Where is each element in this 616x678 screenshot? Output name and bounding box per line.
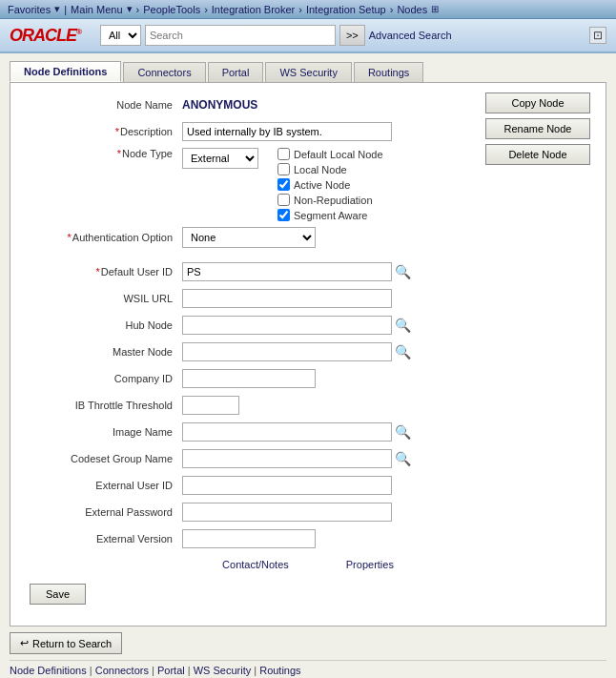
bottom-portal-link[interactable]: Portal xyxy=(157,665,185,676)
codeset-group-label: Codeset Group Name xyxy=(30,453,182,464)
advanced-search-link[interactable]: Advanced Search xyxy=(369,30,452,41)
bottom-ws-security-link[interactable]: WS Security xyxy=(194,665,252,676)
nodes-link[interactable]: Nodes xyxy=(397,4,427,15)
auth-option-select[interactable]: None xyxy=(182,227,316,248)
bottom-node-definitions-link[interactable]: Node Definitions xyxy=(10,665,87,676)
bottom-links: Node Definitions | Connectors | Portal |… xyxy=(10,660,606,676)
default-user-id-row: Default User ID 🔍 xyxy=(30,261,586,282)
default-user-id-input[interactable] xyxy=(182,262,392,281)
main-menu[interactable]: Main Menu xyxy=(71,4,122,15)
header-bar: ORACLE® All >> Advanced Search ⊡ xyxy=(0,19,616,53)
people-tools-link[interactable]: PeopleTools xyxy=(143,4,200,15)
nodes-icon: ⊞ xyxy=(431,4,439,14)
nav-arrow-2: ▾ xyxy=(127,3,133,15)
node-name-value: ANONYMOUS xyxy=(182,98,257,112)
master-node-input[interactable] xyxy=(182,342,392,361)
main-content: Node Definitions Connectors Portal WS Se… xyxy=(0,53,616,678)
active-node-row: Active Node xyxy=(277,178,383,191)
image-name-label: Image Name xyxy=(30,426,182,438)
company-id-label: Company ID xyxy=(30,373,182,384)
return-to-search-button[interactable]: ↩ Return to Search xyxy=(10,632,122,654)
hub-node-row: Hub Node 🔍 xyxy=(30,315,586,336)
bottom-routings-link[interactable]: Routings xyxy=(259,665,300,676)
search-input[interactable] xyxy=(145,25,336,46)
default-local-node-label: Default Local Node xyxy=(294,149,383,160)
external-user-id-label: External User ID xyxy=(30,480,182,491)
active-node-label: Active Node xyxy=(294,179,350,191)
codeset-group-input[interactable] xyxy=(182,449,392,468)
return-area: ↩ Return to Search xyxy=(10,627,606,660)
ib-throttle-label: IB Throttle Threshold xyxy=(30,400,182,411)
return-icon: ↩ xyxy=(20,637,29,649)
rename-node-button[interactable]: Rename Node xyxy=(485,118,590,139)
integration-setup-link[interactable]: Integration Setup xyxy=(306,4,386,15)
non-repudiation-row: Non-Repudiation xyxy=(277,194,383,206)
external-password-row: External Password xyxy=(30,502,586,523)
codeset-group-lookup-icon[interactable]: 🔍 xyxy=(395,451,411,466)
wsil-url-input[interactable] xyxy=(182,289,392,308)
wsil-url-label: WSIL URL xyxy=(30,293,182,304)
hub-node-label: Hub Node xyxy=(30,319,182,331)
external-version-row: External Version xyxy=(30,528,586,549)
top-navigation: Favorites ▾ | Main Menu ▾ › PeopleTools … xyxy=(0,0,616,19)
codeset-group-row: Codeset Group Name 🔍 xyxy=(30,448,586,469)
node-name-label: Node Name xyxy=(30,99,182,111)
active-node-checkbox[interactable] xyxy=(277,178,290,191)
tab-ws-security[interactable]: WS Security xyxy=(265,62,352,82)
external-version-label: External Version xyxy=(30,533,182,544)
description-input[interactable] xyxy=(182,122,392,141)
master-node-label: Master Node xyxy=(30,346,182,358)
ib-throttle-row: IB Throttle Threshold xyxy=(30,395,586,416)
search-scope-select[interactable]: All xyxy=(100,25,141,46)
local-node-checkbox[interactable] xyxy=(277,163,290,175)
tab-connectors[interactable]: Connectors xyxy=(123,62,205,82)
segment-aware-checkbox[interactable] xyxy=(277,209,290,221)
personalize-icon[interactable]: ⊡ xyxy=(589,27,606,44)
external-password-label: External Password xyxy=(30,506,182,518)
nav-arrow-1: ▾ xyxy=(54,3,60,15)
wsil-url-row: WSIL URL xyxy=(30,288,586,309)
copy-node-button[interactable]: Copy Node xyxy=(485,92,590,113)
default-local-node-checkbox[interactable] xyxy=(277,148,290,160)
external-password-input[interactable] xyxy=(182,503,392,522)
local-node-label: Local Node xyxy=(294,164,347,175)
node-type-label: Node Type xyxy=(30,148,182,159)
company-id-input[interactable] xyxy=(182,369,316,388)
tab-routings[interactable]: Routings xyxy=(354,62,423,82)
non-repudiation-checkbox[interactable] xyxy=(277,194,290,206)
oracle-logo: ORACLE® xyxy=(10,26,81,46)
node-type-checkboxes: Default Local Node Local Node Active Nod… xyxy=(277,148,383,221)
local-node-row: Local Node xyxy=(277,163,383,175)
properties-link[interactable]: Properties xyxy=(346,559,394,570)
tab-node-definitions[interactable]: Node Definitions xyxy=(10,61,121,82)
delete-node-button[interactable]: Delete Node xyxy=(485,144,590,165)
external-user-id-input[interactable] xyxy=(182,476,392,495)
master-node-row: Master Node 🔍 xyxy=(30,341,586,362)
default-user-id-lookup-icon[interactable]: 🔍 xyxy=(395,264,411,279)
contact-notes-link[interactable]: Contact/Notes xyxy=(222,559,289,570)
return-label: Return to Search xyxy=(32,638,112,649)
image-name-lookup-icon[interactable]: 🔍 xyxy=(395,424,411,440)
links-row: Contact/Notes Properties xyxy=(30,559,586,570)
search-go-button[interactable]: >> xyxy=(339,25,365,46)
segment-aware-label: Segment Aware xyxy=(294,210,367,221)
bottom-connectors-link[interactable]: Connectors xyxy=(95,665,149,676)
save-area: Save xyxy=(30,578,586,610)
external-user-id-row: External User ID xyxy=(30,475,586,496)
master-node-lookup-icon[interactable]: 🔍 xyxy=(395,344,411,360)
favorites-menu[interactable]: Favorites xyxy=(8,4,51,15)
external-version-input[interactable] xyxy=(182,529,316,548)
image-name-input[interactable] xyxy=(182,422,392,442)
hub-node-lookup-icon[interactable]: 🔍 xyxy=(395,318,411,333)
hub-node-input[interactable] xyxy=(182,316,392,335)
form-area: Copy Node Rename Node Delete Node Node N… xyxy=(10,82,606,627)
node-type-select[interactable]: External xyxy=(182,148,258,169)
integration-broker-link[interactable]: Integration Broker xyxy=(212,4,295,15)
company-id-row: Company ID xyxy=(30,368,586,389)
auth-option-row: Authentication Option None xyxy=(30,227,586,248)
tab-portal[interactable]: Portal xyxy=(208,62,264,82)
save-button[interactable]: Save xyxy=(30,584,86,605)
search-area: All >> Advanced Search ⊡ xyxy=(100,25,606,46)
description-label: Description xyxy=(30,126,182,137)
ib-throttle-input[interactable] xyxy=(182,396,239,415)
